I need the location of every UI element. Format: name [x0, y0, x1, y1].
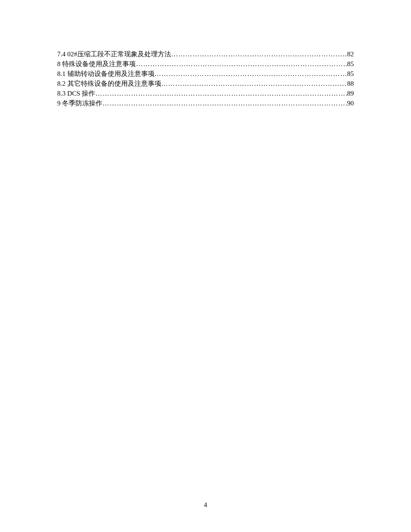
toc-page-number: 89	[347, 88, 354, 98]
toc-leader-dots	[136, 59, 347, 69]
toc-page-number: 90	[347, 98, 354, 108]
page-number: 4	[0, 501, 411, 509]
document-page: 7.4 02#压缩工段不正常现象及处理方法 82 8 特殊设备使用及注意事项 8…	[0, 0, 411, 108]
toc-page-number: 82	[347, 49, 354, 59]
toc-label: 8.1 辅助转动设备使用及注意事项	[57, 69, 155, 79]
toc-leader-dots	[171, 49, 347, 59]
table-of-contents: 7.4 02#压缩工段不正常现象及处理方法 82 8 特殊设备使用及注意事项 8…	[57, 49, 354, 108]
toc-leader-dots	[95, 88, 347, 98]
toc-leader-dots	[155, 69, 348, 79]
toc-entry: 9 冬季防冻操作 90	[57, 98, 354, 108]
toc-leader-dots	[102, 98, 347, 108]
toc-label: 8.3 DCS 操作	[57, 88, 95, 98]
toc-label: 9 冬季防冻操作	[57, 98, 102, 108]
toc-leader-dots	[161, 79, 348, 88]
toc-entry: 8.2 其它特殊设备的使用及注意事项 88	[57, 79, 354, 88]
toc-label: 7.4 02#压缩工段不正常现象及处理方法	[57, 49, 171, 59]
toc-label: 8 特殊设备使用及注意事项	[57, 59, 136, 69]
toc-entry: 8.3 DCS 操作 89	[57, 88, 354, 98]
toc-label: 8.2 其它特殊设备的使用及注意事项	[57, 79, 161, 88]
toc-page-number: 85	[347, 59, 354, 69]
toc-page-number: 85	[347, 69, 354, 79]
toc-entry: 8 特殊设备使用及注意事项 85	[57, 59, 354, 69]
toc-page-number: 88	[347, 79, 354, 88]
toc-entry: 8.1 辅助转动设备使用及注意事项 85	[57, 69, 354, 79]
toc-entry: 7.4 02#压缩工段不正常现象及处理方法 82	[57, 49, 354, 59]
